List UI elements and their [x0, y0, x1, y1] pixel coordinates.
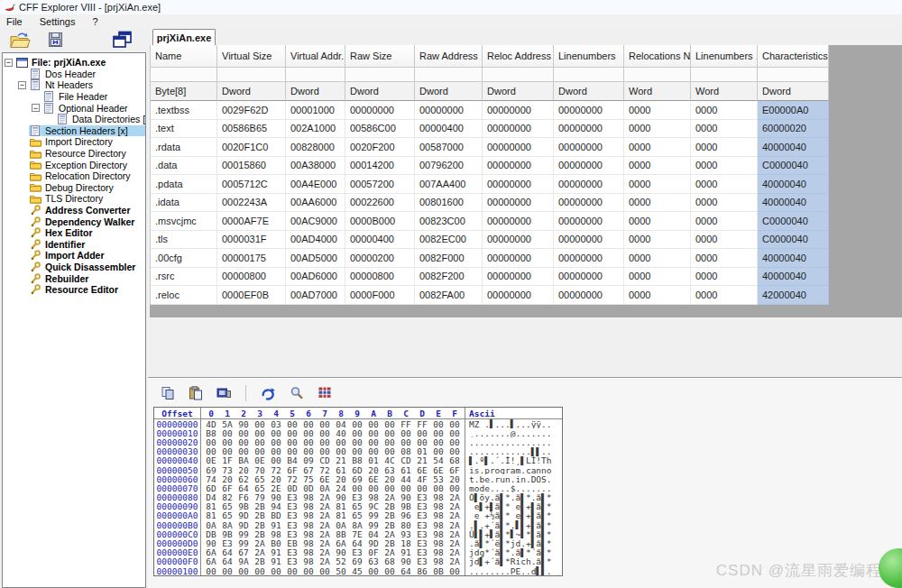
table-cell[interactable]: 00000000 — [554, 175, 624, 194]
hex-byte[interactable]: 64 — [398, 566, 414, 576]
table-cell[interactable]: 0000 — [624, 194, 691, 213]
hex-byte[interactable]: 00 — [219, 566, 235, 576]
table-cell[interactable]: .pdata — [151, 175, 217, 194]
table-cell[interactable]: 0000EF0B — [217, 286, 286, 305]
redo-button[interactable] — [260, 386, 276, 400]
table-cell[interactable]: 0000 — [624, 157, 691, 176]
column-header-virtual-size[interactable]: Virtual Size — [217, 45, 286, 68]
table-cell[interactable]: 00000000 — [483, 175, 554, 194]
table-cell[interactable]: 0000F000 — [345, 286, 415, 305]
table-cell[interactable]: 00014200 — [345, 157, 415, 176]
table-cell[interactable]: 0000031F — [217, 231, 286, 250]
table-cell[interactable]: 0082F200 — [415, 268, 483, 287]
save-file-button[interactable] — [42, 28, 68, 51]
table-cell[interactable]: 00000000 — [554, 157, 624, 176]
table-cell[interactable]: 00000400 — [415, 120, 483, 139]
column-header-characteristics[interactable]: Characteristics — [758, 45, 829, 68]
options-button[interactable] — [318, 386, 332, 400]
hex-byte[interactable]: 00 — [446, 566, 463, 576]
table-cell[interactable]: 0000 — [691, 101, 758, 120]
table-cell[interactable]: 00000000 — [554, 249, 624, 268]
hex-byte[interactable]: 00 — [365, 566, 382, 576]
table-cell[interactable]: 00000000 — [483, 138, 554, 157]
table-cell[interactable]: 0000 — [624, 231, 691, 250]
tree-item-hex-editor[interactable]: Hex Editor — [3, 227, 145, 239]
table-cell[interactable]: .00cfg — [151, 249, 217, 268]
tree-item-data-directories-x[interactable]: Data Directories [x] — [3, 114, 145, 125]
tree-item-import-directory[interactable]: Import Directory — [3, 136, 145, 148]
table-cell[interactable]: 0000 — [624, 175, 691, 194]
table-cell[interactable]: 00000000 — [483, 268, 554, 287]
table-cell[interactable]: 0000 — [691, 175, 758, 194]
table-cell[interactable]: 0000B000 — [345, 212, 415, 231]
table-cell[interactable]: 00000000 — [554, 231, 624, 250]
table-cell[interactable]: .tls — [151, 231, 217, 250]
table-cell[interactable]: .rsrc — [151, 268, 217, 287]
table-cell[interactable]: E00000A0 — [758, 101, 829, 120]
table-cell[interactable]: 00000000 — [345, 101, 415, 120]
table-cell[interactable]: 60000020 — [758, 120, 829, 139]
table-cell[interactable]: 00022600 — [345, 194, 415, 213]
hex-byte[interactable]: 00 — [317, 566, 333, 576]
column-header-virtual-addr[interactable]: Virtual Addr... — [286, 45, 345, 68]
tree-item-dependency-walker[interactable]: Dependency Walker — [3, 216, 145, 227]
hex-byte[interactable]: 00 — [203, 566, 219, 576]
hex-byte[interactable]: 00 — [235, 566, 252, 576]
hex-byte[interactable]: 50 — [333, 566, 349, 576]
collapse-expander-icon[interactable]: − — [18, 81, 26, 89]
table-cell[interactable]: 0020F1C0 — [217, 138, 286, 157]
table-cell[interactable]: 00AD5000 — [286, 249, 345, 268]
table-cell[interactable]: 00823C00 — [415, 212, 483, 231]
table-cell[interactable]: 0000 — [691, 157, 758, 176]
table-cell[interactable]: 0000 — [691, 249, 758, 268]
table-cell[interactable]: 00000000 — [483, 101, 554, 120]
table-cell[interactable]: 00015860 — [217, 157, 286, 176]
table-cell[interactable]: 0082FA00 — [415, 286, 483, 305]
tree-item-relocation-directory[interactable]: Relocation Directory — [3, 170, 145, 182]
tree-item-optional-header[interactable]: −Optional Header — [3, 102, 145, 114]
table-cell[interactable]: 002A1000 — [286, 120, 345, 139]
column-header-name[interactable]: Name — [151, 45, 217, 68]
table-cell[interactable]: 00796200 — [415, 157, 483, 176]
table-cell[interactable]: .msvcjmc — [151, 212, 217, 231]
table-cell[interactable]: 00000000 — [554, 268, 624, 287]
hex-byte[interactable]: 00 — [268, 566, 284, 576]
table-cell[interactable]: 007AA400 — [415, 175, 483, 194]
tree-item-resource-editor[interactable]: Resource Editor — [3, 284, 145, 296]
tree-item-section-headers-x[interactable]: Section Headers [x] — [3, 125, 145, 137]
table-cell[interactable]: 00000000 — [554, 101, 624, 120]
column-header-reloc-address[interactable]: Reloc Address — [483, 45, 554, 68]
tab-prjxian-exe[interactable]: prjXiAn.exe — [152, 29, 216, 45]
table-cell[interactable]: 0000 — [624, 249, 691, 268]
table-cell[interactable]: 00586C00 — [345, 120, 415, 139]
table-cell[interactable]: 00801600 — [415, 194, 483, 213]
table-cell[interactable]: 00000400 — [345, 231, 415, 250]
hex-byte[interactable]: 0B — [430, 566, 446, 576]
table-cell[interactable]: 0000 — [624, 101, 691, 120]
table-cell[interactable]: 00A38000 — [286, 157, 345, 176]
tree-item-debug-directory[interactable]: Debug Directory — [3, 182, 145, 194]
table-cell[interactable]: 00000000 — [483, 286, 554, 305]
table-cell[interactable]: C0000040 — [758, 231, 829, 250]
table-cell[interactable]: 00000000 — [483, 120, 554, 139]
table-cell[interactable]: .text — [151, 120, 217, 139]
paste-button[interactable] — [189, 386, 203, 400]
tree-item-file-prjxian-exe[interactable]: −File: prjXiAn.exe — [3, 57, 145, 69]
table-cell[interactable]: 0000 — [691, 120, 758, 139]
table-cell[interactable]: 40000040 — [758, 138, 829, 157]
tree-item-quick-disassembler[interactable]: Quick Disassembler — [3, 262, 145, 273]
table-cell[interactable]: 40000040 — [758, 268, 829, 287]
tree-item-address-converter[interactable]: Address Converter — [3, 205, 145, 216]
table-cell[interactable]: 00828000 — [286, 138, 345, 157]
column-header-raw-size[interactable]: Raw Size — [345, 45, 415, 68]
column-header-relocations-n[interactable]: Relocations N... — [624, 45, 691, 68]
column-header-linenumbers[interactable]: Linenumbers ... — [691, 45, 758, 68]
table-cell[interactable]: 00AD6000 — [286, 268, 345, 287]
table-cell[interactable]: 42000040 — [758, 286, 829, 305]
table-cell[interactable]: 0029F62D — [217, 101, 286, 120]
column-header-raw-address[interactable]: Raw Address — [415, 45, 483, 68]
table-cell[interactable]: 00057200 — [345, 175, 415, 194]
fill-button[interactable] — [216, 386, 232, 400]
table-cell[interactable]: 00000200 — [345, 249, 415, 268]
table-cell[interactable]: 00000000 — [554, 120, 624, 139]
